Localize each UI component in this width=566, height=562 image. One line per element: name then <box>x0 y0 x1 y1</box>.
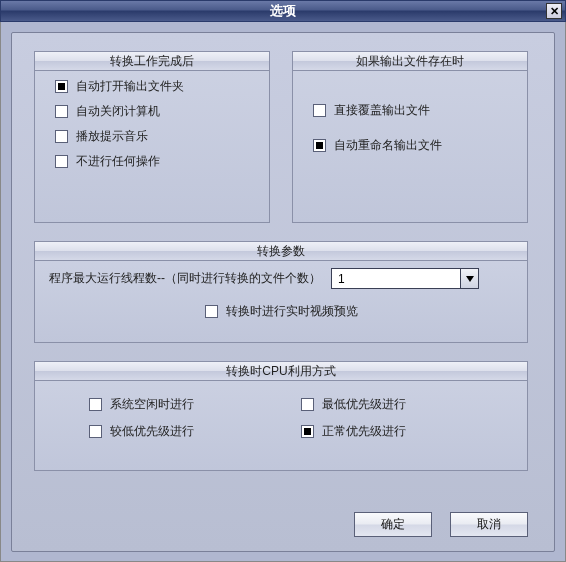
inner-panel: 转换工作完成后 自动打开输出文件夹 自动关闭计算机 播放提示音乐 <box>11 32 555 552</box>
option-label: 转换时进行实时视频预览 <box>226 303 358 320</box>
ok-button[interactable]: 确定 <box>354 512 432 537</box>
checkbox-icon <box>55 130 68 143</box>
option-label: 直接覆盖输出文件 <box>334 102 430 119</box>
checkbox-icon <box>301 398 314 411</box>
options-dialog: 选项 ✕ 转换工作完成后 自动打开输出文件夹 自动关闭计算机 <box>0 0 566 562</box>
cancel-button[interactable]: 取消 <box>450 512 528 537</box>
option-cpu-lower[interactable]: 较低优先级进行 <box>89 423 261 440</box>
checkbox-icon <box>89 425 102 438</box>
checkbox-icon <box>55 80 68 93</box>
group-cpu-usage: 转换时CPU利用方式 系统空闲时进行 最低优先级进行 较 <box>34 361 528 471</box>
checkbox-icon <box>301 425 314 438</box>
group-after-conversion: 转换工作完成后 自动打开输出文件夹 自动关闭计算机 播放提示音乐 <box>34 51 270 223</box>
max-threads-label: 程序最大运行线程数--（同时进行转换的文件个数） <box>49 270 321 287</box>
option-label: 较低优先级进行 <box>110 423 194 440</box>
option-play-sound[interactable]: 播放提示音乐 <box>55 128 255 145</box>
svg-marker-0 <box>466 276 474 282</box>
chevron-down-icon <box>460 269 478 288</box>
option-label: 播放提示音乐 <box>76 128 148 145</box>
option-label: 正常优先级进行 <box>322 423 406 440</box>
option-label: 自动打开输出文件夹 <box>76 78 184 95</box>
option-realtime-preview[interactable]: 转换时进行实时视频预览 <box>205 303 358 320</box>
option-cpu-idle[interactable]: 系统空闲时进行 <box>89 396 261 413</box>
option-label: 最低优先级进行 <box>322 396 406 413</box>
max-threads-select[interactable]: 1 <box>331 268 479 289</box>
option-cpu-lowest[interactable]: 最低优先级进行 <box>301 396 473 413</box>
option-overwrite-output[interactable]: 直接覆盖输出文件 <box>313 102 513 119</box>
option-label: 自动关闭计算机 <box>76 103 160 120</box>
group-conversion-params: 转换参数 程序最大运行线程数--（同时进行转换的文件个数） 1 <box>34 241 528 343</box>
group-output-exists-legend: 如果输出文件存在时 <box>292 51 528 71</box>
checkbox-icon <box>313 139 326 152</box>
option-label: 不进行任何操作 <box>76 153 160 170</box>
max-threads-value: 1 <box>332 272 460 286</box>
titlebar[interactable]: 选项 ✕ <box>0 0 566 22</box>
close-icon[interactable]: ✕ <box>546 3 562 19</box>
checkbox-icon <box>313 104 326 117</box>
group-after-conversion-legend: 转换工作完成后 <box>34 51 270 71</box>
option-do-nothing[interactable]: 不进行任何操作 <box>55 153 255 170</box>
checkbox-icon <box>55 155 68 168</box>
option-cpu-normal[interactable]: 正常优先级进行 <box>301 423 473 440</box>
option-label: 自动重命名输出文件 <box>334 137 442 154</box>
option-auto-open-output[interactable]: 自动打开输出文件夹 <box>55 78 255 95</box>
checkbox-icon <box>55 105 68 118</box>
option-label: 系统空闲时进行 <box>110 396 194 413</box>
dialog-buttons: 确定 取消 <box>354 512 528 537</box>
option-auto-rename-output[interactable]: 自动重命名输出文件 <box>313 137 513 154</box>
checkbox-icon <box>89 398 102 411</box>
client-area: 转换工作完成后 自动打开输出文件夹 自动关闭计算机 播放提示音乐 <box>0 22 566 562</box>
checkbox-icon <box>205 305 218 318</box>
option-auto-shutdown[interactable]: 自动关闭计算机 <box>55 103 255 120</box>
group-conversion-params-legend: 转换参数 <box>34 241 528 261</box>
group-cpu-usage-legend: 转换时CPU利用方式 <box>34 361 528 381</box>
window-title: 选项 <box>1 2 565 20</box>
group-output-exists: 如果输出文件存在时 直接覆盖输出文件 自动重命名输出文件 <box>292 51 528 223</box>
